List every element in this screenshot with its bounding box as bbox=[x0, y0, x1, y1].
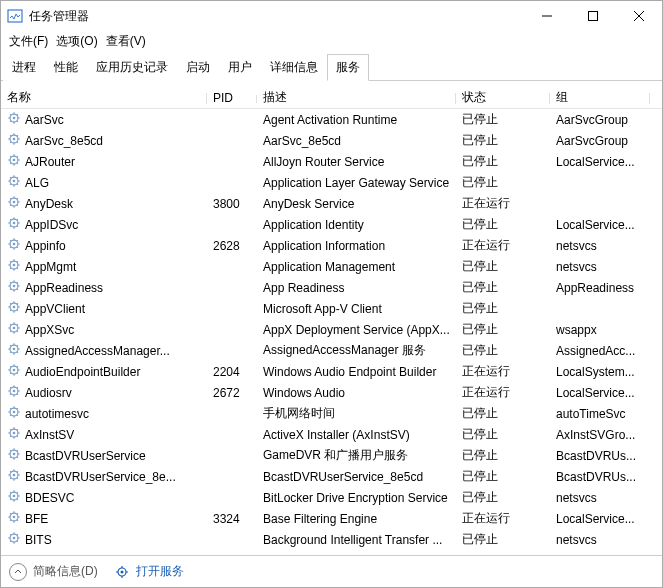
table-row[interactable]: Appinfo2628Application Information正在运行ne… bbox=[1, 235, 662, 256]
task-manager-icon bbox=[7, 8, 23, 24]
svg-line-73 bbox=[10, 247, 11, 248]
svg-line-143 bbox=[10, 394, 11, 395]
svg-line-11 bbox=[10, 114, 11, 115]
tab-2[interactable]: 应用历史记录 bbox=[87, 54, 177, 81]
svg-line-201 bbox=[10, 513, 11, 514]
service-icon bbox=[7, 489, 21, 506]
svg-line-114 bbox=[17, 324, 18, 325]
cell-group: AppReadiness bbox=[550, 281, 650, 295]
table-row[interactable]: AppReadinessApp Readiness已停止AppReadiness bbox=[1, 277, 662, 298]
svg-point-126 bbox=[13, 369, 16, 372]
table-row[interactable]: BcastDVRUserService_8e...BcastDVRUserSer… bbox=[1, 466, 662, 487]
svg-line-24 bbox=[17, 135, 18, 136]
cell-group: LocalService... bbox=[550, 386, 650, 400]
svg-line-151 bbox=[10, 408, 11, 409]
cell-description: Windows Audio Endpoint Builder bbox=[257, 365, 456, 379]
open-services-button[interactable]: 打开服务 bbox=[114, 563, 184, 580]
cell-name: AppReadiness bbox=[1, 279, 207, 296]
cell-group: autoTimeSvc bbox=[550, 407, 650, 421]
column-name[interactable]: 名称 bbox=[1, 89, 207, 106]
table-row[interactable]: AarSvcAgent Activation Runtime已停止AarSvcG… bbox=[1, 109, 662, 130]
cell-description: AnyDesk Service bbox=[257, 197, 456, 211]
column-description[interactable]: 描述 bbox=[257, 89, 456, 106]
svg-line-22 bbox=[17, 142, 18, 143]
cell-group: netsvcs bbox=[550, 491, 650, 505]
minimize-button[interactable] bbox=[524, 1, 570, 31]
table-row[interactable]: Audiosrv2672Windows Audio正在运行LocalServic… bbox=[1, 382, 662, 403]
cell-status: 正在运行 bbox=[456, 237, 550, 254]
table-row[interactable]: AarSvc_8e5cdAarSvc_8e5cd已停止AarSvcGroup bbox=[1, 130, 662, 151]
table-row[interactable]: BITSBackground Intelligent Transfer ...已… bbox=[1, 529, 662, 550]
table-row[interactable]: AnyDesk3800AnyDesk Service正在运行 bbox=[1, 193, 662, 214]
svg-line-192 bbox=[17, 499, 18, 500]
tab-6[interactable]: 服务 bbox=[327, 54, 369, 81]
cell-status: 已停止 bbox=[456, 321, 550, 338]
table-row[interactable]: ALGApplication Layer Gateway Service已停止 bbox=[1, 172, 662, 193]
svg-point-156 bbox=[13, 432, 16, 435]
svg-point-136 bbox=[13, 390, 16, 393]
svg-line-163 bbox=[10, 436, 11, 437]
svg-line-152 bbox=[17, 415, 18, 416]
cell-status: 已停止 bbox=[456, 174, 550, 191]
svg-point-76 bbox=[13, 264, 16, 267]
table-row[interactable]: AudioEndpointBuilder2204Windows Audio En… bbox=[1, 361, 662, 382]
svg-line-154 bbox=[17, 408, 18, 409]
svg-line-104 bbox=[17, 303, 18, 304]
table-row[interactable]: AppIDSvcApplication Identity已停止LocalServ… bbox=[1, 214, 662, 235]
cell-name: AxInstSV bbox=[1, 426, 207, 443]
table-body[interactable]: AarSvcAgent Activation Runtime已停止AarSvcG… bbox=[1, 109, 662, 555]
cell-name: AppVClient bbox=[1, 300, 207, 317]
cell-description: Application Identity bbox=[257, 218, 456, 232]
table-row[interactable]: AJRouterAllJoyn Router Service已停止LocalSe… bbox=[1, 151, 662, 172]
column-status[interactable]: 状态 bbox=[456, 89, 550, 106]
gear-icon bbox=[114, 564, 130, 580]
tab-3[interactable]: 启动 bbox=[177, 54, 219, 81]
cell-name: AppXSvc bbox=[1, 321, 207, 338]
cell-group: AarSvcGroup bbox=[550, 113, 650, 127]
table-row[interactable]: AppMgmtApplication Management已停止netsvcs bbox=[1, 256, 662, 277]
svg-point-146 bbox=[13, 411, 16, 414]
svg-line-131 bbox=[10, 366, 11, 367]
tab-4[interactable]: 用户 bbox=[219, 54, 261, 81]
table-row[interactable]: BcastDVRUserServiceGameDVR 和广播用户服务已停止Bca… bbox=[1, 445, 662, 466]
svg-line-174 bbox=[17, 450, 18, 451]
cell-description: 手机网络时间 bbox=[257, 405, 456, 422]
svg-point-196 bbox=[13, 516, 16, 519]
fewer-details-button[interactable]: 简略信息(D) bbox=[9, 563, 98, 581]
table-row[interactable]: AssignedAccessManager...AssignedAccessMa… bbox=[1, 340, 662, 361]
cell-status: 正在运行 bbox=[456, 363, 550, 380]
tab-1[interactable]: 性能 bbox=[45, 54, 87, 81]
cell-description: Application Management bbox=[257, 260, 456, 274]
cell-pid: 2204 bbox=[207, 365, 257, 379]
maximize-button[interactable] bbox=[570, 1, 616, 31]
menu-view[interactable]: 查看(V) bbox=[106, 33, 146, 50]
table-row[interactable]: AppXSvcAppX Deployment Service (AppX...已… bbox=[1, 319, 662, 340]
table-row[interactable]: BDESVCBitLocker Drive Encryption Service… bbox=[1, 487, 662, 508]
column-group[interactable]: 组 bbox=[550, 89, 650, 106]
table-row[interactable]: autotimesvc手机网络时间已停止autoTimeSvc bbox=[1, 403, 662, 424]
service-icon bbox=[7, 405, 21, 422]
service-icon bbox=[7, 237, 21, 254]
cell-description: AppX Deployment Service (AppX... bbox=[257, 323, 456, 337]
table-row[interactable]: BFE3324Base Filtering Engine正在运行LocalSer… bbox=[1, 508, 662, 529]
tab-0[interactable]: 进程 bbox=[3, 54, 45, 81]
service-icon bbox=[7, 426, 21, 443]
table-row[interactable]: AppVClientMicrosoft App-V Client已停止 bbox=[1, 298, 662, 319]
svg-line-121 bbox=[10, 345, 11, 346]
table-row[interactable]: AxInstSVActiveX Installer (AxInstSV)已停止A… bbox=[1, 424, 662, 445]
service-icon bbox=[7, 531, 21, 548]
cell-description: AllJoyn Router Service bbox=[257, 155, 456, 169]
cell-group: LocalService... bbox=[550, 512, 650, 526]
column-pid[interactable]: PID bbox=[207, 91, 257, 105]
svg-point-176 bbox=[13, 474, 16, 477]
close-button[interactable] bbox=[616, 1, 662, 31]
tab-5[interactable]: 详细信息 bbox=[261, 54, 327, 81]
menu-options[interactable]: 选项(O) bbox=[56, 33, 97, 50]
cell-group: LocalSystem... bbox=[550, 365, 650, 379]
svg-line-74 bbox=[17, 240, 18, 241]
menu-file[interactable]: 文件(F) bbox=[9, 33, 48, 50]
svg-line-182 bbox=[17, 478, 18, 479]
svg-line-134 bbox=[17, 366, 18, 367]
svg-line-62 bbox=[17, 226, 18, 227]
svg-line-102 bbox=[17, 310, 18, 311]
